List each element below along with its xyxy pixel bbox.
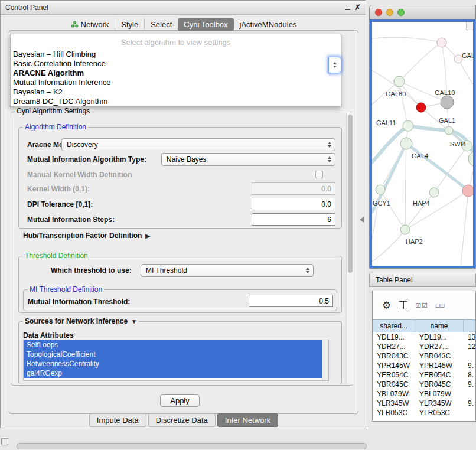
svg-text:GCY1: GCY1: [373, 200, 390, 207]
network-node-gal4[interactable]: [400, 138, 412, 149]
dropdown-item[interactable]: Bayesian – Hill Climbing: [11, 50, 341, 59]
tab-style[interactable]: Style: [115, 18, 144, 31]
zoom-traffic-light[interactable]: [397, 9, 405, 16]
hub-definition-expander[interactable]: Hub/Transcription Factor Definition ▶: [23, 231, 150, 240]
list-item-gal4rgexp[interactable]: gal4RGexp: [24, 369, 322, 378]
float-window-icon[interactable]: [345, 5, 350, 10]
dpi-tolerance-field[interactable]: 0.0: [252, 198, 335, 210]
column-header-name[interactable]: name: [415, 320, 464, 332]
tab-jactivemnodules[interactable]: jActiveMNodules: [234, 18, 303, 31]
svg-text:HAP4: HAP4: [413, 200, 430, 207]
dock-mini-square[interactable]: [1, 438, 8, 445]
algorithm-definition-title: Algorithm Definition: [23, 123, 88, 131]
network-node-gal11[interactable]: [403, 120, 413, 131]
table-panel-titlebar[interactable]: Table Panel: [369, 273, 476, 287]
deselect-all-checkboxes-icon[interactable]: □□: [436, 302, 445, 309]
table-row[interactable]: YLR053C YLR053C: [373, 408, 475, 418]
bottom-tabstrip: Impute Data Discretize Data Infer Networ…: [1, 413, 367, 426]
network-graph[interactable]: GAL80 GAL10 GAL11 GAL1 SWI4 GAL4 GCY1 HA…: [372, 22, 473, 266]
tab-discretize-data[interactable]: Discretize Data: [148, 413, 216, 427]
aracne-mode-combobox[interactable]: Discovery: [61, 138, 335, 151]
mi-type-label: Mutual Information Algorithm Type:: [27, 155, 146, 164]
table-row[interactable]: YDL19... YDL19... 13: [373, 332, 475, 342]
column-header-shared-name[interactable]: shared...: [373, 320, 415, 332]
algorithm-combobox-fragment[interactable]: [328, 57, 341, 73]
network-node-gal1[interactable]: [445, 126, 453, 135]
mi-steps-label: Mutual Information Steps:: [27, 216, 115, 224]
combo-arrows-icon: [328, 139, 331, 151]
network-node-hap4[interactable]: [462, 185, 473, 197]
mi-type-combobox[interactable]: Naive Bayes: [161, 153, 335, 166]
tab-select[interactable]: Select: [144, 18, 178, 31]
svg-text:GAL11: GAL11: [376, 119, 396, 126]
table-row[interactable]: YLR345W YLR345W 9.: [373, 399, 475, 408]
network-node-red[interactable]: [416, 103, 426, 112]
horizontal-scrollbar[interactable]: [17, 443, 367, 449]
list-item-betweennesscentrality[interactable]: BetweennessCentrality: [24, 359, 322, 369]
dropdown-item[interactable]: Dream8 DC_TDC Algorithm: [11, 97, 341, 106]
column-header-cut[interactable]: [464, 320, 475, 332]
apply-button[interactable]: Apply: [160, 394, 200, 407]
close-icon[interactable]: ✗: [354, 3, 361, 12]
which-threshold-combobox[interactable]: MI Threshold: [141, 264, 314, 277]
network-node-gal10[interactable]: [441, 96, 454, 109]
mi-steps-field[interactable]: 6: [252, 213, 335, 226]
top-tabstrip: Network Style Select Cyni Toolbox jActiv…: [1, 18, 367, 31]
list-item-selfloops[interactable]: SelfLoops: [24, 340, 322, 350]
network-node-labels: GAL80 GAL10 GAL11 GAL1 SWI4 GAL4 GCY1 HA…: [373, 52, 473, 245]
sources-expander[interactable]: Sources for Network Inference ▼: [23, 317, 139, 325]
dropdown-item-selected[interactable]: ARACNE Algorithm: [11, 69, 341, 78]
svg-text:GAL: GAL: [462, 52, 473, 59]
table-row[interactable]: YER054C YER054C 8.: [373, 370, 475, 380]
panel-collapse-arrow-icon[interactable]: [360, 217, 364, 223]
network-node-hap2[interactable]: [400, 225, 410, 234]
list-item-topologicalcoefficient[interactable]: TopologicalCoefficient: [24, 350, 322, 359]
table-row[interactable]: YBR045C YBR045C 9.: [373, 380, 475, 389]
data-attributes-label: Data Attributes: [23, 331, 74, 340]
kernel-width-label: Kernel Width (0,1):: [27, 185, 90, 193]
expand-right-icon: ▶: [145, 233, 150, 239]
network-node[interactable]: [437, 38, 446, 47]
svg-text:SWI4: SWI4: [450, 141, 466, 148]
control-panel-titlebar[interactable]: Control Panel ✗: [1, 1, 366, 15]
dropdown-placeholder[interactable]: Select algorithm to view settings: [11, 34, 341, 50]
network-node[interactable]: [454, 55, 462, 63]
mi-threshold-field[interactable]: 0.5: [249, 295, 333, 307]
control-panel-title: Control Panel: [5, 4, 48, 12]
settings-scrollbar[interactable]: [346, 112, 354, 384]
mi-threshold-label: Mutual Information Threshold:: [28, 298, 130, 306]
gear-icon[interactable]: ⚙: [382, 301, 391, 311]
network-window-titlebar[interactable]: [370, 5, 475, 19]
data-attributes-list[interactable]: SelfLoops TopologicalCoefficient Between…: [23, 340, 329, 381]
settings-scrollbar-thumb[interactable]: [348, 115, 353, 273]
network-canvas[interactable]: GAL80 GAL10 GAL11 GAL1 SWI4 GAL4 GCY1 HA…: [370, 19, 475, 268]
table-row[interactable]: YBR043C YBR043C: [373, 351, 475, 361]
list-scrollbar[interactable]: [322, 340, 328, 380]
tab-network[interactable]: Network: [65, 18, 115, 31]
network-node[interactable]: [429, 188, 439, 197]
close-traffic-light[interactable]: [375, 9, 382, 16]
network-node[interactable]: [468, 151, 473, 167]
dropdown-item[interactable]: Bayesian – K2: [11, 87, 341, 97]
svg-text:GAL80: GAL80: [386, 90, 406, 97]
table-toolbar: ⚙ ☑☑ □□: [373, 291, 475, 319]
table-row[interactable]: YBL079W YBL079W: [373, 389, 475, 399]
mi-type-value: Naive Bayes: [167, 155, 206, 164]
tab-infer-network[interactable]: Infer Network: [217, 413, 278, 427]
threshold-definition-title: Threshold Definition: [23, 252, 90, 260]
network-edges: [372, 37, 473, 266]
network-node-gcy1[interactable]: [376, 185, 385, 194]
select-all-checkboxes-icon[interactable]: ☑☑: [415, 302, 428, 309]
tab-cyni-toolbox[interactable]: Cyni Toolbox: [178, 18, 233, 31]
columns-icon[interactable]: [399, 301, 407, 309]
table-row[interactable]: YPR145W YPR145W 9.: [373, 361, 475, 370]
network-scrollbar-stub[interactable]: [466, 22, 473, 30]
cyni-algorithm-settings-title: Cyni Algorithm Settings: [15, 107, 92, 115]
table-row[interactable]: YDR27... YDR27... 12: [373, 342, 475, 351]
dropdown-item[interactable]: Mutual Information Inference: [11, 78, 341, 87]
kernel-width-field: 0.0: [252, 182, 335, 195]
network-node-gal80[interactable]: [394, 76, 405, 87]
minimize-traffic-light[interactable]: [386, 9, 393, 16]
tab-impute-data[interactable]: Impute Data: [89, 413, 146, 427]
dropdown-item[interactable]: Basic Correlation Inference: [11, 59, 341, 69]
